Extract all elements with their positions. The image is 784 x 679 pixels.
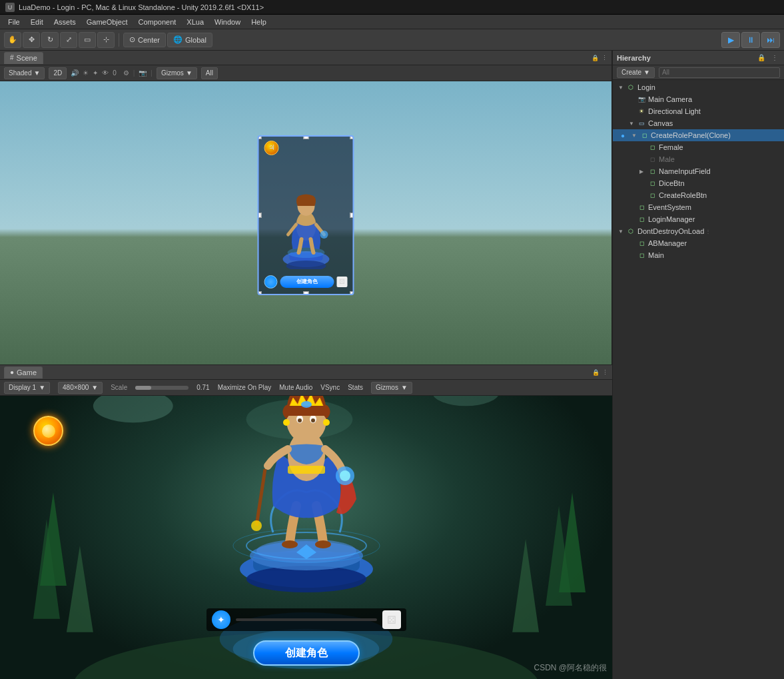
label-eventsystem: EventSystem — [648, 203, 691, 211]
tree-item-dontdestroy[interactable]: ▼ ⬡ DontDestroyOnLoad ⋮ — [613, 225, 784, 237]
all-label: All — [206, 69, 213, 77]
mute-label[interactable]: Mute Audio — [279, 384, 312, 391]
tree-item-main-camera[interactable]: 📷 Main Camera — [613, 93, 784, 105]
scale-value: 0.71 — [196, 384, 209, 391]
tree-item-dir-light[interactable]: ☀ Directional Light — [613, 105, 784, 117]
svg-point-36 — [298, 418, 302, 422]
label-canvas: Canvas — [648, 119, 673, 127]
menu-assets[interactable]: Assets — [49, 17, 81, 27]
effects-icon[interactable]: ✦ — [93, 69, 98, 77]
svg-point-24 — [282, 540, 298, 548]
scene-create-role-btn[interactable]: 创建角色 — [280, 276, 334, 288]
all-btn[interactable]: All — [201, 67, 218, 79]
game-create-label: 创建角色 — [285, 646, 328, 660]
step-button[interactable]: ⏭ — [761, 32, 780, 48]
hierarchy-menu-btn[interactable]: ⋮ — [769, 53, 780, 63]
global-label: Global — [185, 36, 206, 44]
overflow-icon: ⋮ — [705, 229, 711, 235]
tool-transform[interactable]: ⊹ — [97, 32, 115, 48]
game-tab[interactable]: ● Game — [4, 366, 43, 378]
stats-label[interactable]: Stats — [348, 384, 363, 391]
arrow-login: ▼ — [618, 85, 626, 91]
menu-window[interactable]: Window — [209, 17, 246, 27]
tool-rect[interactable]: ▭ — [79, 32, 96, 48]
obj-icon-eventsystem: ◻ — [637, 203, 646, 212]
scene-tab-bar: # Scene 🔒 ⋮ — [0, 51, 611, 65]
label-dicebtn: DiceBtn — [659, 179, 685, 187]
global-toggle[interactable]: 🌐 Global — [167, 33, 212, 47]
tool-scale[interactable]: ⤢ — [60, 32, 77, 48]
lighting-icon[interactable]: ☀ — [83, 69, 89, 77]
hierarchy-search[interactable] — [659, 67, 780, 78]
game-name-input: ✦ ⚄ — [206, 608, 406, 631]
hidden-icon[interactable]: 👁 — [102, 69, 109, 77]
tree-item-login[interactable]: ▼ ⬡ Login — [613, 81, 784, 93]
hierarchy-tree: ▼ ⬡ Login 📷 Main Camera ☀ Directional Li… — [613, 80, 784, 679]
tree-item-nameinput[interactable]: ▶ ◻ NameInputField — [613, 165, 784, 177]
tree-item-abmanager[interactable]: ◻ ABManager — [613, 237, 784, 249]
tree-item-loginmanager[interactable]: ◻ LoginManager — [613, 213, 784, 225]
svg-point-31 — [251, 520, 262, 531]
audio-icon[interactable]: 🔊 — [71, 69, 79, 77]
game-name-icon: ✦ — [212, 610, 230, 629]
scale-slider[interactable] — [135, 386, 189, 390]
camera-icon-sm: 📷 — [139, 69, 147, 77]
menu-xlua[interactable]: XLua — [181, 17, 209, 27]
display-dropdown[interactable]: Display 1 ▼ — [4, 382, 50, 394]
scene-small-orb — [264, 275, 278, 289]
tool-hand[interactable]: ✋ — [4, 32, 21, 48]
play-button[interactable]: ▶ — [721, 32, 740, 48]
gizmos-btn[interactable]: Gizmos ▼ — [157, 67, 197, 79]
svg-point-38 — [301, 401, 312, 408]
game-dice-btn[interactable]: ⚄ — [382, 610, 401, 629]
obj-icon-main: ◻ — [637, 251, 646, 260]
label-female: Female — [659, 143, 683, 151]
scene-toolbar: Shaded ▼ 2D 🔊 ☀ ✦ 👁 0 ⚙ | 📷 | Gizmos ▼ — [0, 65, 611, 81]
game-gizmos-btn[interactable]: Gizmos ▼ — [371, 382, 412, 394]
menu-file[interactable]: File — [3, 17, 25, 27]
resolution-dropdown[interactable]: 480×800 ▼ — [58, 382, 103, 394]
hierarchy-lock-btn[interactable]: 🔒 — [756, 53, 767, 63]
game-tab-bar: ● Game 🔒 ⋮ — [0, 365, 612, 380]
center-label: Center — [138, 36, 160, 44]
svg-point-8 — [320, 231, 328, 239]
game-more-icon[interactable]: ⋮ — [602, 369, 608, 376]
tree-item-createrolebtn[interactable]: ◻ CreateRoleBtn — [613, 189, 784, 201]
2d-toggle[interactable]: 2D — [49, 67, 67, 79]
tree-item-main[interactable]: ◻ Main — [613, 249, 784, 261]
label-main: Main — [648, 251, 664, 259]
scene-tab-label: Scene — [17, 54, 37, 62]
more-icon[interactable]: ⋮ — [601, 55, 607, 61]
hashtag-icon: # — [10, 54, 14, 61]
menu-help[interactable]: Help — [246, 17, 272, 27]
scene-tab[interactable]: # Scene — [4, 52, 43, 64]
scene-dice[interactable]: ⚄ — [337, 277, 348, 287]
menu-gameobject[interactable]: GameObject — [81, 17, 133, 27]
tree-item-eventsystem[interactable]: ◻ EventSystem — [613, 201, 784, 213]
center-toggle[interactable]: ⊙ Center — [123, 33, 166, 47]
scene-character-card[interactable]: ♃ — [258, 135, 354, 295]
tree-item-female[interactable]: ◻ Female — [613, 141, 784, 153]
hierarchy-create-btn[interactable]: Create ▼ — [617, 67, 655, 78]
game-gizmos-label: Gizmos — [376, 384, 398, 391]
tool-rotate[interactable]: ↻ — [41, 32, 59, 48]
svg-point-29 — [340, 470, 350, 481]
vsync-label[interactable]: VSync — [320, 384, 340, 391]
tree-item-dicebn[interactable]: ◻ DiceBtn — [613, 177, 784, 189]
label-loginmanager: LoginManager — [648, 215, 695, 223]
tree-item-male[interactable]: ◻ Male — [613, 153, 784, 165]
tree-item-canvas[interactable]: ▼ ▭ Canvas — [613, 117, 784, 129]
tool-move[interactable]: ✥ — [23, 32, 40, 48]
svg-line-30 — [256, 469, 265, 526]
shading-dropdown[interactable]: Shaded ▼ — [4, 67, 45, 79]
handle-l — [258, 213, 262, 218]
obj-icon-dicebtn: ◻ — [647, 179, 657, 188]
settings-icon[interactable]: ⚙ — [123, 69, 129, 77]
maximize-label[interactable]: Maximize On Play — [218, 384, 272, 391]
menu-edit[interactable]: Edit — [25, 17, 49, 27]
pause-button[interactable]: ⏸ — [741, 32, 760, 48]
menu-component[interactable]: Component — [133, 17, 181, 27]
game-create-role-btn[interactable]: 创建角色 — [253, 640, 360, 666]
tree-item-create-role-panel[interactable]: ● ▼ ◻ CreateRolePanel(Clone) — [613, 129, 784, 141]
toolbar: ✋ ✥ ↻ ⤢ ▭ ⊹ ⊙ Center 🌐 Global ▶ ⏸ ⏭ — [0, 29, 784, 51]
